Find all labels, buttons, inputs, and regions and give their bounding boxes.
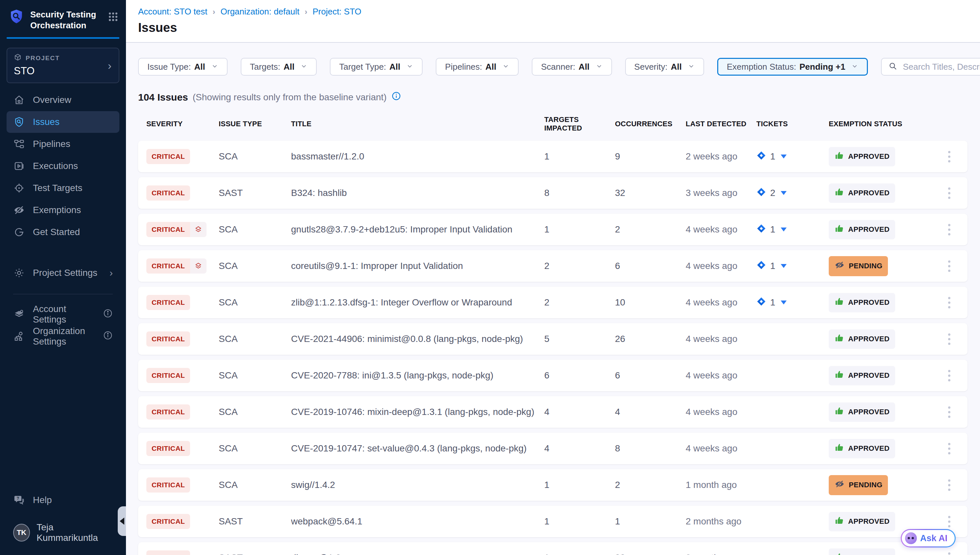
- table-row[interactable]: CRITICAL SAST B324: hashlib 8 32 3 weeks…: [138, 177, 967, 209]
- table-row[interactable]: CRITICAL SCA CVE-2019-10747: set-value@0…: [138, 433, 967, 464]
- last-detected-cell: 3 weeks ago: [686, 188, 756, 198]
- filter-scanner[interactable]: Scanner: All: [532, 58, 612, 75]
- filter-exemption-status[interactable]: Exemption Status: Pending +1: [717, 58, 868, 75]
- sidebar-item-help[interactable]: ? Help: [6, 489, 119, 511]
- row-menu-kebab-icon[interactable]: [946, 331, 953, 347]
- title-cell: CVE-2020-7788: ini@1.3.5 (lang-pkgs, nod…: [291, 370, 544, 381]
- sidebar-item-executions[interactable]: Executions: [6, 155, 119, 177]
- table-row[interactable]: CRITICAL SCA gnutls28@3.7.9-2+deb12u5: I…: [138, 214, 967, 245]
- app-title: Security Testing Orchestration: [30, 8, 102, 30]
- sidebar-item-label: Project Settings: [33, 268, 97, 278]
- filter-label: Scanner:: [541, 62, 575, 72]
- last-detected-cell: 1 month ago: [686, 480, 756, 490]
- sidebar-item-project-settings[interactable]: Project Settings ›: [6, 262, 119, 284]
- row-menu-kebab-icon[interactable]: [946, 149, 953, 164]
- svg-text:?: ?: [17, 496, 19, 501]
- thumbs-up-icon: [834, 151, 844, 163]
- filter-pipelines[interactable]: Pipelines: All: [436, 58, 519, 75]
- ask-ai-button[interactable]: Ask AI: [901, 529, 956, 547]
- ticket-group[interactable]: 1: [756, 151, 787, 163]
- thumbs-up-icon: [834, 297, 844, 309]
- project-selector[interactable]: PROJECT STO ›: [6, 48, 119, 83]
- ticket-group[interactable]: 2: [756, 187, 787, 199]
- table-row[interactable]: CRITICAL SCA CVE-2020-7788: ini@1.3.5 (l…: [138, 360, 967, 391]
- sidebar-item-test-targets[interactable]: Test Targets: [6, 177, 119, 199]
- filter-target-type[interactable]: Target Type: All: [330, 58, 423, 75]
- app-window: Security Testing Orchestration PROJECT: [0, 0, 980, 555]
- main-area: Account: STO test › Organization: defaul…: [126, 0, 980, 555]
- filter-issue-type[interactable]: Issue Type: All: [138, 58, 228, 75]
- ticket-group[interactable]: 1: [756, 297, 787, 309]
- issues-count-line: 104 Issues (Showing results only from th…: [138, 91, 967, 103]
- table-row[interactable]: CRITICAL SCA CVE-2021-44906: minimist@0.…: [138, 323, 967, 355]
- filter-severity[interactable]: Severity: All: [625, 58, 704, 75]
- occurrences-cell: 10: [615, 297, 686, 308]
- get-started-icon: [13, 226, 25, 238]
- sidebar-item-organization-settings[interactable]: Organization Settings: [6, 326, 119, 347]
- row-menu-kebab-icon[interactable]: [946, 477, 953, 493]
- table-row[interactable]: CRITICAL SAST webpack@5.64.1 1 1 2 month…: [138, 506, 967, 537]
- filter-label: Target Type:: [339, 62, 386, 72]
- sidebar-collapse-handle[interactable]: [118, 506, 126, 536]
- table-row[interactable]: CRITICAL SAST django@1.2 1 22 2 months a…: [138, 542, 967, 555]
- sidebar-item-account-settings[interactable]: Account Settings: [6, 303, 119, 325]
- row-menu-kebab-icon[interactable]: [946, 295, 953, 310]
- row-menu-kebab-icon[interactable]: [946, 222, 953, 237]
- title-cell: CVE-2019-10747: set-value@0.4.3 (lang-pk…: [291, 443, 544, 454]
- filter-targets[interactable]: Targets: All: [241, 58, 317, 75]
- status-badge: PENDING: [829, 256, 888, 276]
- sidebar-item-pipelines[interactable]: Pipelines: [6, 133, 119, 155]
- info-icon[interactable]: [391, 91, 401, 103]
- user-profile[interactable]: TK Teja Kummarikuntla: [6, 519, 119, 547]
- sidebar-item-overview[interactable]: Overview: [6, 89, 119, 111]
- row-menu-kebab-icon[interactable]: [946, 258, 953, 274]
- ask-ai-label: Ask AI: [920, 533, 948, 544]
- table-row[interactable]: CRITICAL SCA swig//1.4.2 1 2 1 month ago: [138, 469, 967, 501]
- status-label: APPROVED: [848, 554, 890, 555]
- table-row[interactable]: CRITICAL SCA zlib@1:1.2.13.dfsg-1: Integ…: [138, 287, 967, 318]
- info-icon[interactable]: [103, 308, 113, 321]
- app-grid-icon[interactable]: [107, 11, 119, 24]
- sidebar-item-exemptions[interactable]: Exemptions: [6, 199, 119, 221]
- severity-label: CRITICAL: [146, 368, 190, 383]
- status-label: APPROVED: [848, 225, 890, 234]
- severity-label: CRITICAL: [146, 514, 190, 529]
- status-badge: APPROVED: [829, 403, 895, 422]
- column-header: EXEMPTION STATUS: [829, 120, 939, 128]
- status-badge: APPROVED: [829, 549, 895, 555]
- table-row[interactable]: CRITICAL SCA CVE-2019-10746: mixin-deep@…: [138, 396, 967, 428]
- ticket-group[interactable]: 1: [756, 224, 787, 236]
- row-menu-kebab-icon[interactable]: [946, 441, 953, 456]
- row-menu-kebab-icon[interactable]: [946, 185, 953, 201]
- sidebar-item-get-started[interactable]: Get Started: [6, 221, 119, 243]
- sidebar-item-label: Overview: [33, 95, 71, 105]
- last-detected-cell: 4 weeks ago: [686, 261, 756, 271]
- table-row[interactable]: CRITICAL SCA coreutils@9.1-1: Improper I…: [138, 250, 967, 282]
- breadcrumb-project-link[interactable]: Project: STO: [313, 6, 361, 17]
- targets-impacted-cell: 4: [544, 443, 615, 454]
- ticket-group[interactable]: 1: [756, 260, 787, 272]
- row-menu-kebab-icon[interactable]: [946, 368, 953, 383]
- caret-down-icon: [781, 154, 787, 159]
- pipelines-icon: [13, 138, 25, 150]
- breadcrumb-organization-link[interactable]: Organization: default: [221, 6, 300, 17]
- sidebar-item-issues[interactable]: Issues: [6, 111, 119, 133]
- row-menu-kebab-icon[interactable]: [946, 514, 953, 529]
- status-label: PENDING: [849, 481, 882, 489]
- issues-count: 104 Issues: [138, 92, 188, 103]
- breadcrumb-account-link[interactable]: Account: STO test: [138, 6, 207, 17]
- issue-type-cell: SCA: [219, 334, 291, 344]
- table-row[interactable]: CRITICAL SCA bassmaster//1.2.0 1 9 2 wee…: [138, 141, 967, 172]
- chevron-right-icon: ›: [109, 267, 113, 279]
- row-menu-kebab-icon[interactable]: [946, 404, 953, 420]
- help-chat-icon: ?: [13, 494, 25, 506]
- thumbs-up-icon: [834, 515, 844, 528]
- title-cell: bassmaster//1.2.0: [291, 151, 544, 162]
- eye-slash-icon: [834, 260, 845, 273]
- row-menu-kebab-icon[interactable]: [946, 550, 953, 555]
- search-input[interactable]: [903, 62, 980, 72]
- occurrences-cell: 4: [615, 407, 686, 417]
- filter-label: Issue Type:: [148, 62, 191, 72]
- info-icon[interactable]: [103, 330, 113, 343]
- status-label: APPROVED: [848, 444, 890, 453]
